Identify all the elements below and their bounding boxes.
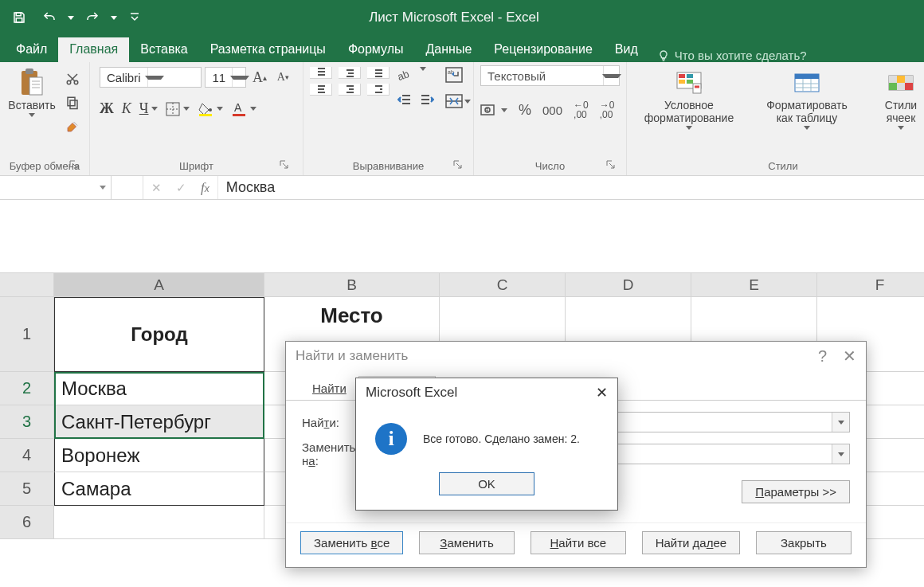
column-header[interactable]: D	[566, 273, 691, 297]
decrease-indent-icon[interactable]	[397, 94, 412, 105]
chevron-down-icon[interactable]	[151, 107, 158, 111]
close-icon[interactable]: ✕	[843, 346, 856, 366]
column-header[interactable]: B	[264, 273, 440, 297]
italic-button[interactable]: К	[122, 100, 131, 117]
svg-rect-67	[897, 76, 905, 83]
percent-icon[interactable]: %	[519, 102, 531, 119]
align-middle-icon[interactable]	[339, 67, 361, 79]
replace-button[interactable]: Заменить	[419, 531, 515, 554]
column-header[interactable]: E	[691, 273, 817, 297]
chevron-down-icon[interactable]	[183, 107, 190, 111]
decrease-decimal-icon[interactable]: →0,00	[600, 100, 615, 119]
font-size-combo[interactable]: 11	[205, 67, 246, 88]
decrease-font-icon[interactable]: A▾	[273, 68, 293, 86]
cell[interactable]	[54, 506, 264, 539]
tell-me-search[interactable]: Что вы хотите сделать?	[657, 49, 807, 62]
underline-button[interactable]: Ч	[139, 100, 149, 117]
lightbulb-icon	[657, 49, 670, 62]
tab-find[interactable]: Найти	[300, 376, 358, 401]
replace-all-button[interactable]: Заменить все	[300, 531, 403, 554]
column-header[interactable]: C	[440, 273, 566, 297]
increase-indent-icon[interactable]	[420, 94, 434, 105]
font-name-combo[interactable]: Calibri	[100, 67, 202, 88]
merge-center-icon[interactable]	[445, 94, 471, 108]
tab-page-layout[interactable]: Разметка страницы	[199, 37, 337, 62]
column-header[interactable]: F	[817, 273, 924, 297]
column-header[interactable]: A	[54, 273, 264, 297]
conditional-formatting-button[interactable]: Условное форматирование	[633, 67, 745, 130]
select-all-corner[interactable]	[0, 273, 54, 297]
chevron-down-icon[interactable]	[250, 107, 256, 111]
help-icon[interactable]: ?	[818, 347, 827, 366]
qat-customize-icon[interactable]	[129, 12, 140, 23]
cell[interactable]: Москва	[54, 372, 264, 405]
dialog-launcher-icon[interactable]	[605, 159, 617, 170]
cell-styles-button[interactable]: Стили ячеек	[869, 67, 924, 130]
comma-style-icon[interactable]: 000	[542, 104, 562, 117]
redo-icon[interactable]	[78, 3, 107, 32]
fill-color-icon[interactable]	[198, 102, 213, 116]
borders-icon[interactable]	[166, 102, 180, 116]
tab-insert[interactable]: Вставка	[129, 37, 198, 62]
tab-file[interactable]: Файл	[5, 37, 58, 62]
tab-data[interactable]: Данные	[415, 37, 484, 62]
increase-decimal-icon[interactable]: ←0,00	[574, 100, 589, 119]
accounting-format-icon[interactable]: $	[480, 103, 498, 117]
formula-input[interactable]: Москва	[217, 176, 924, 199]
tab-view[interactable]: Вид	[604, 37, 649, 62]
increase-font-icon[interactable]: A▴	[249, 68, 269, 86]
group-styles: Условное форматирование Форматировать ка…	[627, 62, 924, 175]
find-all-button[interactable]: Найти все	[531, 531, 626, 554]
cancel-icon[interactable]: ✕	[151, 181, 162, 195]
close-button[interactable]: Закрыть	[756, 531, 852, 554]
wrap-text-icon[interactable]: ab	[445, 67, 471, 83]
tab-review[interactable]: Рецензирование	[483, 37, 604, 62]
bold-button[interactable]: Ж	[100, 100, 114, 117]
parameters-button[interactable]: Параметры >>	[742, 480, 850, 503]
chevron-down-icon[interactable]	[420, 67, 426, 71]
cell[interactable]: Сакнт-Петербург	[54, 405, 264, 439]
redo-dropdown-icon[interactable]	[108, 16, 119, 20]
tab-formulas[interactable]: Формулы	[337, 37, 415, 62]
find-next-button[interactable]: Найти далее	[642, 531, 741, 554]
cut-icon[interactable]	[62, 70, 83, 88]
chevron-down-icon[interactable]	[832, 413, 849, 432]
clipboard-icon	[18, 68, 46, 97]
insert-function-icon[interactable]: fx	[201, 180, 209, 196]
align-top-icon[interactable]	[310, 67, 332, 79]
cell[interactable]: Город	[54, 297, 264, 372]
name-box[interactable]	[0, 176, 112, 199]
row-header[interactable]: 5	[0, 472, 54, 506]
row-header[interactable]: 3	[0, 405, 54, 439]
number-format-combo[interactable]: Текстовый	[480, 65, 620, 86]
format-as-table-button[interactable]: Форматировать как таблицу	[759, 67, 855, 130]
chevron-down-icon[interactable]	[501, 108, 507, 112]
align-center-icon[interactable]	[339, 84, 361, 96]
orientation-icon[interactable]: ab	[397, 67, 413, 81]
copy-icon[interactable]	[62, 94, 83, 112]
cell[interactable]: Воронеж	[54, 439, 264, 472]
row-header[interactable]: 2	[0, 372, 54, 405]
chevron-down-icon[interactable]	[217, 107, 223, 111]
paste-button[interactable]: Вставить	[6, 67, 57, 117]
save-icon[interactable]	[5, 3, 33, 32]
tab-home[interactable]: Главная	[58, 37, 129, 62]
enter-icon[interactable]: ✓	[176, 181, 186, 195]
row-header[interactable]: 4	[0, 439, 54, 472]
undo-icon[interactable]	[35, 3, 64, 32]
ok-button[interactable]: OK	[439, 472, 534, 495]
row-header[interactable]: 1	[0, 297, 54, 372]
close-icon[interactable]: ✕	[596, 384, 608, 401]
dialog-launcher-icon[interactable]	[69, 159, 80, 170]
dialog-launcher-icon[interactable]	[452, 159, 464, 170]
row-header[interactable]: 6	[0, 506, 54, 539]
align-left-icon[interactable]	[310, 84, 332, 96]
dialog-launcher-icon[interactable]	[279, 159, 290, 170]
undo-dropdown-icon[interactable]	[65, 16, 76, 20]
font-color-icon[interactable]: A	[231, 102, 247, 116]
chevron-down-icon[interactable]	[832, 444, 849, 464]
align-bottom-icon[interactable]	[367, 67, 390, 79]
align-right-icon[interactable]	[367, 84, 390, 96]
format-painter-icon[interactable]	[62, 118, 83, 135]
cell[interactable]: Самара	[54, 472, 264, 506]
